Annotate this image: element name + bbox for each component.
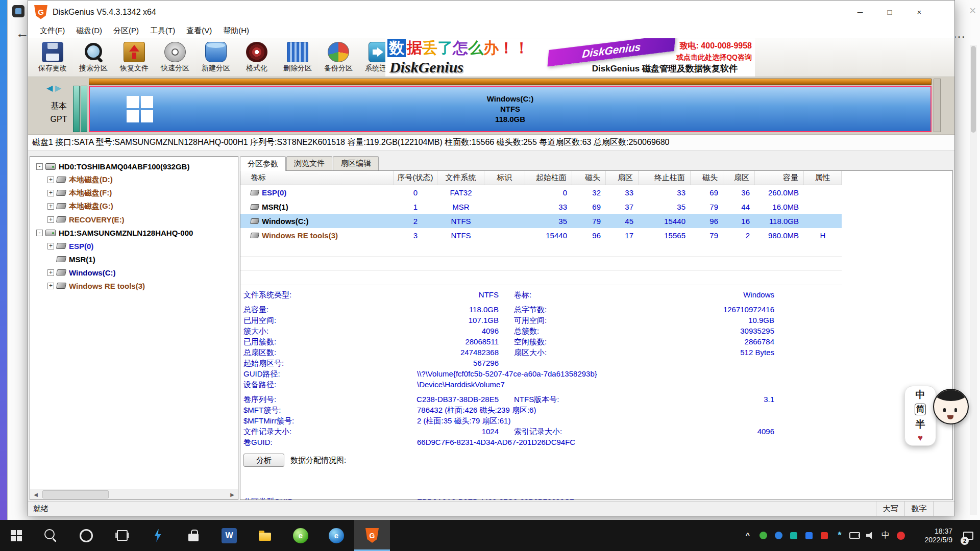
tray-red-app[interactable] bbox=[817, 520, 832, 551]
tree-horizontal-scrollbar[interactable]: ◀ ▶ bbox=[30, 489, 238, 499]
recover-files-button[interactable]: 恢复文件 bbox=[114, 38, 155, 76]
tray-expand[interactable]: ^ bbox=[740, 520, 755, 551]
minimize-button[interactable]: ─ bbox=[845, 1, 875, 23]
menu-item[interactable]: 查看(V) bbox=[181, 23, 217, 38]
scroll-right-button[interactable]: ▶ bbox=[227, 489, 238, 499]
expander-icon[interactable]: + bbox=[47, 269, 54, 276]
background-close-icon[interactable]: × bbox=[969, 4, 976, 17]
browser-green[interactable]: e bbox=[283, 520, 318, 551]
tray-blue-app[interactable] bbox=[771, 520, 786, 551]
file-explorer[interactable] bbox=[247, 520, 283, 551]
partition-row[interactable]: ESP(0) 0 FAT32 0 32 33 33 69 36 260.0MB bbox=[240, 185, 842, 199]
menu-item[interactable]: 磁盘(D) bbox=[70, 23, 108, 38]
expander-icon[interactable]: + bbox=[47, 243, 54, 249]
expander-icon[interactable]: + bbox=[47, 216, 54, 223]
tab[interactable]: 浏览文件 bbox=[286, 156, 332, 170]
diskmap-scrollbar[interactable] bbox=[934, 79, 941, 132]
tab[interactable]: 扇区编辑 bbox=[333, 156, 379, 170]
ime-pill[interactable]: 中简半 ♥ bbox=[904, 386, 936, 446]
msr-partition-block[interactable] bbox=[81, 86, 87, 132]
expander-icon[interactable]: - bbox=[36, 230, 43, 236]
tray-ime[interactable]: 中 bbox=[878, 520, 893, 551]
column-header[interactable]: 磁头 bbox=[572, 171, 606, 185]
tray-teal-app[interactable] bbox=[786, 520, 801, 551]
scroll-left-button[interactable]: ◀ bbox=[30, 489, 41, 499]
column-header[interactable]: 序号(状态) bbox=[394, 171, 437, 185]
close-button[interactable]: × bbox=[904, 1, 934, 23]
tree-item[interactable]: + 本地磁盘(D:) bbox=[30, 173, 237, 186]
next-disk-arrow-icon[interactable]: ▶ bbox=[55, 84, 61, 92]
tree-item[interactable]: - HD0:TOSHIBAMQ04ABF100(932GB) bbox=[30, 160, 237, 173]
search-partition-button[interactable]: 搜索分区 bbox=[73, 38, 114, 76]
ime-char[interactable]: 中 bbox=[916, 388, 925, 402]
expander-icon[interactable]: + bbox=[47, 283, 54, 289]
scrollbar-thumb[interactable] bbox=[971, 46, 976, 133]
ime-char[interactable]: 简 bbox=[915, 404, 926, 415]
column-header[interactable]: 卷标 bbox=[240, 171, 394, 185]
tray-logo[interactable] bbox=[893, 520, 909, 551]
column-header[interactable]: 容量 bbox=[755, 171, 804, 185]
column-header[interactable]: 文件系统 bbox=[437, 171, 484, 185]
column-header[interactable]: 属性 bbox=[804, 171, 842, 185]
menu-item[interactable]: 分区(P) bbox=[108, 23, 144, 38]
tree-item[interactable]: + RECOVERY(E:) bbox=[30, 213, 237, 226]
column-header[interactable]: 扇区 bbox=[723, 171, 755, 185]
ime-floating-widget[interactable]: 中简半 ♥ bbox=[904, 385, 971, 448]
tab[interactable]: 分区参数 bbox=[240, 156, 286, 171]
scrollbar-thumb[interactable] bbox=[42, 490, 109, 498]
menu-item[interactable]: 文件(F) bbox=[34, 23, 70, 38]
notification-center-button[interactable]: 2 bbox=[957, 520, 980, 551]
tree-item[interactable]: - HD1:SAMSUNGMZNLN128HAHQ-000 bbox=[30, 226, 237, 239]
tree-item[interactable]: + 本地磁盘(G:) bbox=[30, 199, 237, 213]
esp-partition-block[interactable] bbox=[73, 86, 80, 132]
scrollbar-track[interactable] bbox=[41, 489, 227, 499]
diskgenius[interactable]: G bbox=[354, 520, 390, 551]
background-scrollbar[interactable] bbox=[970, 45, 977, 515]
tree-item[interactable]: + Windows(C:) bbox=[30, 266, 237, 279]
partition-row[interactable]: Windows RE tools(3) 3 NTFS 15440 96 17 1… bbox=[240, 228, 842, 242]
windows-partition-block[interactable]: Windows(C:) NTFS 118.0GB bbox=[89, 86, 932, 132]
save-changes-button[interactable]: 保存更改 bbox=[32, 38, 73, 76]
partition-row[interactable]: Windows(C:) 2 NTFS 35 79 45 15440 96 16 … bbox=[240, 214, 842, 228]
tree-item[interactable]: + Windows RE tools(3) bbox=[30, 279, 237, 292]
tree-item[interactable]: + 本地磁盘(F:) bbox=[30, 186, 237, 199]
column-header[interactable]: 终止柱面 bbox=[639, 171, 691, 185]
start-button[interactable] bbox=[0, 520, 33, 551]
ad-banner[interactable]: 数据丢了怎么办！！ DiskGenius DiskGenius 致电: 400-… bbox=[385, 38, 755, 77]
new-partition-button[interactable]: 新建分区 bbox=[195, 38, 236, 76]
menu-item[interactable]: 工具(T) bbox=[144, 23, 181, 38]
expander-icon[interactable]: + bbox=[47, 190, 54, 196]
partition-row[interactable]: MSR(1) 1 MSR 33 69 37 35 79 44 16.0MB bbox=[240, 199, 842, 214]
task-view[interactable] bbox=[104, 520, 140, 551]
taskbar-search[interactable] bbox=[33, 520, 68, 551]
expander-icon[interactable]: - bbox=[36, 163, 43, 170]
expander-icon[interactable]: + bbox=[47, 177, 54, 183]
browser-blue[interactable]: e bbox=[318, 520, 354, 551]
app-lightning[interactable] bbox=[140, 520, 176, 551]
tree-item[interactable]: MSR(1) bbox=[30, 253, 237, 266]
maximize-button[interactable]: □ bbox=[875, 1, 904, 23]
cortana[interactable] bbox=[68, 520, 104, 551]
tray-volume[interactable] bbox=[863, 520, 878, 551]
tray-battery[interactable] bbox=[847, 520, 863, 551]
ime-char[interactable]: 半 bbox=[916, 418, 925, 431]
expander-icon[interactable]: + bbox=[47, 203, 54, 210]
column-header[interactable]: 磁头 bbox=[691, 171, 723, 185]
heart-icon[interactable]: ♥ bbox=[918, 433, 923, 443]
clock[interactable]: 18:37 2022/5/9 bbox=[912, 527, 952, 544]
ad-qq-link[interactable]: 或点击此处选择QQ咨询 bbox=[676, 53, 752, 62]
tray-snowflake[interactable]: * bbox=[832, 520, 847, 551]
tray-green-app[interactable] bbox=[755, 520, 771, 551]
delete-partition-button[interactable]: 删除分区 bbox=[277, 38, 318, 76]
tray-qq[interactable] bbox=[801, 520, 817, 551]
column-header[interactable]: 起始柱面 bbox=[525, 171, 572, 185]
format-button[interactable]: 格式化 bbox=[236, 38, 277, 76]
prev-disk-arrow-icon[interactable]: ◀ bbox=[46, 84, 53, 92]
column-header[interactable]: 扇区 bbox=[606, 171, 639, 185]
column-header[interactable]: 标识 bbox=[484, 171, 525, 185]
backup-partition-button[interactable]: 备份分区 bbox=[318, 38, 359, 76]
microsoft-store[interactable] bbox=[176, 520, 211, 551]
quick-partition-button[interactable]: 快速分区 bbox=[155, 38, 195, 76]
menu-item[interactable]: 帮助(H) bbox=[217, 23, 255, 38]
mascot-face-icon[interactable] bbox=[933, 389, 969, 424]
